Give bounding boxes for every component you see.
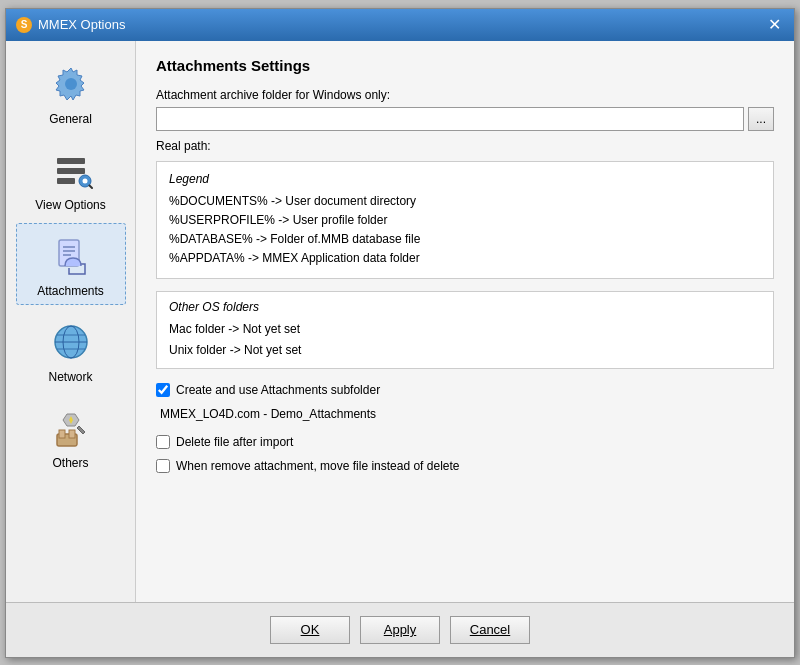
view-options-icon	[47, 146, 95, 194]
legend-item-3: %APPDATA% -> MMEX Application data folde…	[169, 249, 761, 268]
browse-button[interactable]: ...	[748, 107, 774, 131]
attachments-icon	[47, 232, 95, 280]
network-icon	[47, 318, 95, 366]
svg-point-6	[82, 178, 87, 183]
sidebar-label-general: General	[49, 112, 92, 126]
delete-checkbox[interactable]	[156, 435, 170, 449]
legend-item-2: %DATABASE% -> Folder of.MMB database fil…	[169, 230, 761, 249]
title-bar: S MMEX Options ✕	[6, 9, 794, 41]
title-bar-left: S MMEX Options	[16, 17, 125, 33]
other-os-item-0: Mac folder -> Not yet set	[169, 319, 761, 339]
svg-rect-19	[69, 430, 75, 438]
archive-folder-label: Attachment archive folder for Windows on…	[156, 88, 774, 102]
archive-path-row: ...	[156, 107, 774, 131]
cancel-button[interactable]: Cancel	[450, 616, 530, 644]
move-checkbox-label: When remove attachment, move file instea…	[176, 459, 459, 473]
real-path-label: Real path:	[156, 139, 774, 153]
delete-checkbox-label: Delete file after import	[176, 435, 293, 449]
sidebar-label-view-options: View Options	[35, 198, 105, 212]
sidebar-item-network[interactable]: Network	[16, 309, 126, 391]
sidebar-item-view-options[interactable]: View Options	[16, 137, 126, 219]
sidebar-label-others: Others	[52, 456, 88, 470]
window-title: MMEX Options	[38, 17, 125, 32]
section-title: Attachments Settings	[156, 57, 774, 74]
main-content: Attachments Settings Attachment archive …	[136, 41, 794, 602]
sidebar-label-network: Network	[48, 370, 92, 384]
subfolder-checkbox-label: Create and use Attachments subfolder	[176, 383, 380, 397]
footer: OK Apply Cancel	[6, 602, 794, 657]
other-os-title: Other OS folders	[169, 300, 761, 314]
legend-item-1: %USERPROFILE% -> User profile folder	[169, 211, 761, 230]
sidebar: General View Options	[6, 41, 136, 602]
sidebar-item-general[interactable]: General	[16, 51, 126, 133]
move-checkbox[interactable]	[156, 459, 170, 473]
svg-rect-9	[63, 246, 75, 248]
svg-rect-4	[57, 178, 75, 184]
subfolder-text: MMEX_LO4D.com - Demo_Attachments	[156, 407, 774, 421]
window-body: General View Options	[6, 41, 794, 602]
app-icon: S	[16, 17, 32, 33]
apply-button[interactable]: Apply	[360, 616, 440, 644]
svg-rect-18	[59, 430, 65, 438]
legend-title: Legend	[169, 172, 761, 186]
svg-rect-2	[57, 158, 85, 164]
sidebar-item-attachments[interactable]: Attachments	[16, 223, 126, 305]
other-os-box: Other OS folders Mac folder -> Not yet s…	[156, 291, 774, 369]
move-checkbox-row: When remove attachment, move file instea…	[156, 459, 774, 473]
svg-point-1	[65, 78, 77, 90]
sidebar-item-others[interactable]: Others	[16, 395, 126, 477]
main-window: S MMEX Options ✕ General	[5, 8, 795, 658]
svg-rect-10	[63, 250, 75, 252]
general-icon	[47, 60, 95, 108]
subfolder-checkbox[interactable]	[156, 383, 170, 397]
archive-path-input[interactable]	[156, 107, 744, 131]
delete-checkbox-row: Delete file after import	[156, 435, 774, 449]
subfolder-checkbox-row: Create and use Attachments subfolder	[156, 383, 774, 397]
other-os-item-1: Unix folder -> Not yet set	[169, 340, 761, 360]
legend-box: Legend %DOCUMENTS% -> User document dire…	[156, 161, 774, 280]
legend-item-0: %DOCUMENTS% -> User document directory	[169, 192, 761, 211]
close-button[interactable]: ✕	[764, 15, 784, 35]
sidebar-label-attachments: Attachments	[37, 284, 104, 298]
others-icon	[47, 404, 95, 452]
svg-line-7	[89, 185, 92, 188]
svg-rect-3	[57, 168, 85, 174]
svg-rect-11	[63, 254, 71, 256]
ok-button[interactable]: OK	[270, 616, 350, 644]
